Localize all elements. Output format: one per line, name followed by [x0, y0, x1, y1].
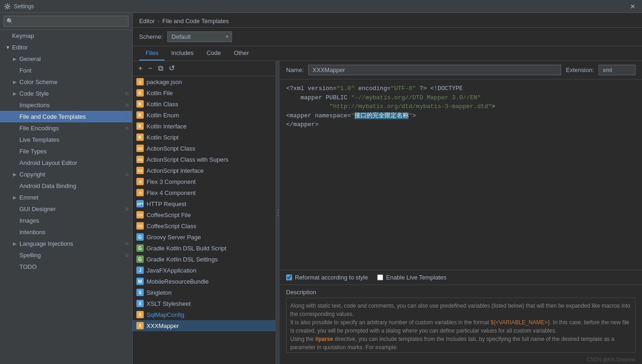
sidebar-item-file-encodings[interactable]: File Encodings⧉ — [0, 122, 132, 134]
copy-button[interactable]: ⧉ — [156, 64, 165, 73]
file-item-kotlin-script[interactable]: KKotlin Script — [133, 132, 275, 143]
file-icon: CS — [136, 222, 144, 230]
reformat-checkbox-wrap[interactable]: Reformat according to style — [286, 274, 368, 281]
sidebar-item-images[interactable]: Images — [0, 215, 132, 226]
file-item-actionscript-class-supers[interactable]: ASActionScript Class with Supers — [133, 154, 275, 165]
name-input[interactable] — [308, 65, 561, 75]
file-item-sqlmapconfig[interactable]: SSqlMapConfig — [133, 309, 275, 320]
sidebar-item-gui-designer[interactable]: GUI Designer⧉ — [0, 203, 132, 215]
file-icon: ☆ — [136, 189, 144, 196]
live-templates-checkbox-wrap[interactable]: Enable Live Templates — [377, 274, 446, 281]
file-icon: S — [136, 311, 144, 318]
sidebar-item-android-data-binding[interactable]: Android Data Binding — [0, 180, 132, 192]
live-templates-checkbox[interactable] — [377, 274, 383, 280]
scheme-row: Scheme: Default Project ▼ — [133, 28, 642, 46]
file-item-javafx-application[interactable]: JJavaFXApplication — [133, 265, 275, 276]
sidebar-item-label: File Encodings — [19, 125, 123, 132]
file-icon: G — [136, 233, 144, 241]
sidebar-item-keymap[interactable]: Keymap — [0, 30, 132, 42]
file-icon: AS — [136, 156, 144, 163]
close-button[interactable]: ✕ — [627, 2, 638, 11]
ext-input[interactable] — [599, 65, 636, 75]
file-name: ActionScript Interface — [147, 167, 204, 174]
file-icon: K — [136, 133, 144, 141]
sidebar-item-spelling[interactable]: Spelling⧉ — [0, 249, 132, 261]
sidebar-item-file-code-templates[interactable]: File and Code Templates⧉ — [0, 111, 132, 122]
scheme-select[interactable]: Default Project — [167, 31, 232, 42]
file-name: XSLT Stylesheet — [147, 300, 191, 307]
sidebar-item-emmet[interactable]: ▶Emmet — [0, 192, 132, 203]
file-list-toolbar: + − ⧉ ↺ — [133, 61, 275, 76]
reset-button[interactable]: ↺ — [167, 64, 177, 73]
sidebar-item-file-types[interactable]: File Types — [0, 146, 132, 157]
sidebar-item-label: GUI Designer — [19, 206, 123, 212]
sidebar-item-live-templates[interactable]: Live Templates — [0, 134, 132, 146]
sidebar-item-copyright[interactable]: ▶Copyright⧉ — [0, 169, 132, 180]
sidebar-item-todo[interactable]: TODO — [0, 261, 132, 273]
file-item-kotlin-interface[interactable]: KKotlin Interface — [133, 121, 275, 132]
sidebar-item-label: Android Data Binding — [19, 182, 128, 189]
file-item-kotlin-file[interactable]: KKotlin File — [133, 87, 275, 98]
file-item-xxxmapper[interactable]: XXXXMapper — [133, 320, 275, 331]
file-item-flex3-component[interactable]: ☆Flex 3 Component — [133, 176, 275, 187]
file-item-gradle-kotlin-dsl-settings[interactable]: GGradle Kotlin DSL Settings — [133, 254, 275, 265]
file-item-coffeescript-file[interactable]: CSCoffeeScript File — [133, 209, 275, 220]
file-item-coffeescript-class[interactable]: CSCoffeeScript Class — [133, 220, 275, 231]
file-list: {}package.jsonKKotlin FileKKotlin ClassK… — [133, 76, 275, 364]
tab-other[interactable]: Other — [227, 46, 256, 61]
file-name: package.json — [147, 79, 182, 85]
file-icon: S — [136, 289, 144, 296]
sidebar-item-language-injections[interactable]: ▶Language Injections⧉ — [0, 238, 132, 249]
sidebar-item-label: Editor — [12, 44, 128, 51]
reformat-checkbox[interactable] — [286, 274, 292, 280]
add-button[interactable]: + — [136, 64, 144, 73]
sidebar-item-color-scheme[interactable]: ▶Color Scheme — [0, 76, 132, 88]
editor-panel: Name: Extension: <?xml version="1.0" enc… — [280, 61, 642, 364]
sidebar-item-intentions[interactable]: Intentions — [0, 226, 132, 238]
sidebar-item-font[interactable]: Font — [0, 65, 132, 76]
live-templates-label: Enable Live Templates — [386, 274, 446, 281]
file-item-groovy-server-page[interactable]: GGroovy Server Page — [133, 231, 275, 243]
file-item-actionscript-class[interactable]: ASActionScript Class — [133, 143, 275, 154]
file-item-actionscript-interface[interactable]: ASActionScript Interface — [133, 165, 275, 176]
file-name: JavaFXApplication — [147, 267, 196, 274]
file-icon: K — [136, 100, 144, 108]
code-line: mapper PUBLIC "-//mybatis.org//DTD Mappe… — [286, 93, 636, 103]
file-item-package-json[interactable]: {}package.json — [133, 76, 275, 87]
sidebar-item-android-layout-editor[interactable]: Android Layout Editor — [0, 157, 132, 169]
sidebar-item-label: Code Style — [19, 90, 123, 97]
file-item-kotlin-enum[interactable]: KKotlin Enum — [133, 109, 275, 121]
arrow-icon: ▶ — [13, 91, 19, 96]
remove-button[interactable]: − — [146, 64, 154, 73]
file-item-kotlin-class[interactable]: KKotlin Class — [133, 98, 275, 109]
file-name: Kotlin Class — [147, 101, 178, 108]
code-editor[interactable]: <?xml version="1.0" encoding="UTF-8" ?> … — [280, 79, 642, 270]
file-item-gradle-kotlin-dsl-build[interactable]: GGradle Kotlin DSL Build Script — [133, 243, 275, 254]
copy-icon: ⧉ — [125, 206, 128, 212]
sidebar-item-inspections[interactable]: Inspections⧉ — [0, 99, 132, 111]
code-token: "-//mybatis.org//DTD Mapper 3.0//EN" — [351, 94, 481, 101]
sidebar-item-general[interactable]: ▶General — [0, 53, 132, 65]
sidebar-nav: Keymap▼Editor▶GeneralFont▶Color Scheme▶C… — [0, 30, 132, 364]
panel-divider[interactable] — [276, 61, 280, 364]
sidebar-item-code-style[interactable]: ▶Code Style⧉ — [0, 88, 132, 99]
arrow-icon: ▼ — [6, 45, 12, 50]
file-item-singleton[interactable]: SSingleton — [133, 287, 275, 298]
file-item-http-request[interactable]: APIHTTP Request — [133, 198, 275, 209]
file-item-flex4-component[interactable]: ☆Flex 4 Component — [133, 187, 275, 198]
file-item-mobile-resource-bundle[interactable]: MMobileResourceBundle — [133, 276, 275, 287]
code-token: <?xml version= — [286, 85, 336, 92]
settings-icon — [4, 3, 11, 10]
file-name: Kotlin Interface — [147, 123, 187, 130]
breadcrumb-sep: › — [158, 18, 159, 24]
search-input[interactable] — [4, 16, 128, 27]
sidebar-item-editor[interactable]: ▼Editor — [0, 42, 132, 53]
tab-files[interactable]: Files — [139, 46, 165, 61]
name-label: Name: — [286, 67, 304, 73]
tab-code[interactable]: Code — [200, 46, 227, 61]
search-box: 🔍 — [0, 13, 132, 30]
tab-includes[interactable]: Includes — [165, 46, 200, 61]
code-token: " — [409, 112, 412, 119]
file-name: XXXMapper — [147, 322, 179, 329]
file-item-xslt-stylesheet[interactable]: XXSLT Stylesheet — [133, 298, 275, 309]
